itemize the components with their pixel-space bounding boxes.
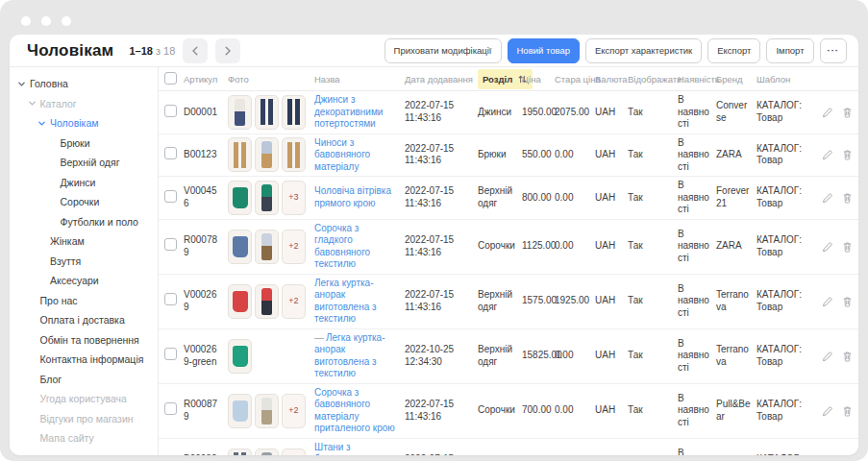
row-checkbox[interactable] [164,147,177,159]
sidebar-item-3[interactable]: Брюки [10,133,158,154]
export-button[interactable]: Експорт [707,38,760,63]
sidebar-item-label: Взуття [50,255,81,267]
sidebar-item-14[interactable]: Контактна інформація [10,350,158,370]
trash-icon [842,192,853,204]
sidebar-item-13[interactable]: Обмін та повернення [10,330,158,351]
product-name-link[interactable]: Легка куртка-анорак виготовлена з тексти… [314,278,377,325]
product-name-link[interactable]: Джинси з декоративними потертостями [314,94,383,129]
export-characteristics-button[interactable]: Експорт характеристик [585,38,702,63]
table-body: D00001Джинси з декоративними потертостям… [159,91,858,455]
product-photo[interactable] [228,449,252,456]
sidebar-item-10[interactable]: Аксесуари [10,271,158,291]
product-photo[interactable] [255,449,279,456]
sidebar-item-15[interactable]: Блог [10,370,158,390]
product-photo[interactable] [255,137,279,172]
window-chrome [21,16,71,26]
product-photo[interactable] [228,394,252,428]
product-name-link[interactable]: Чиноси з бавовняного матеріалу [314,137,370,172]
product-photo[interactable] [228,230,252,264]
row-checkbox[interactable] [164,402,177,415]
product-photo[interactable] [228,339,252,374]
more-photos-badge[interactable]: +2 [282,394,306,428]
delete-button[interactable] [842,192,853,204]
trash-icon [842,296,853,307]
hide-modifications-button[interactable]: Приховати модифікації [384,38,502,63]
edit-button[interactable] [822,296,833,307]
cell-check [164,147,184,163]
panel-body: ГоловнаКаталогЧоловікамБрюкиВерхній одяг… [10,67,858,455]
product-photo[interactable] [255,95,279,130]
window-control-maximize-icon[interactable] [62,16,71,26]
sidebar-item-16[interactable]: Угода користувача [10,389,158,409]
import-button[interactable]: Імпорт [766,38,813,63]
product-name-link[interactable]: Штани з бавовняного матеріалу прямого кр… [314,442,398,456]
product-photo[interactable] [228,137,252,172]
delete-button[interactable] [842,405,853,417]
prev-page-button[interactable] [183,38,208,63]
select-all-checkbox[interactable] [164,72,177,85]
row-checkbox[interactable] [164,190,177,203]
delete-button[interactable] [842,351,853,362]
product-name-link[interactable]: Легка куртка-анорак виготовлена з тексти… [314,332,385,379]
next-page-button[interactable] [215,38,240,63]
more-photos-badge[interactable]: +2 [282,284,306,319]
product-photo[interactable] [228,181,252,215]
product-name-link[interactable]: Сорочка з бавовняного матеріалу притален… [314,387,395,434]
edit-button[interactable] [822,149,833,160]
column-header-section[interactable]: Розділ [478,69,522,89]
sidebar-item-label: Оплата і доставка [40,314,125,326]
window-control-minimize-icon[interactable] [41,16,51,26]
row-checkbox[interactable] [164,105,177,117]
sidebar-item-2[interactable]: Чоловікам [10,113,158,133]
sidebar-item-8[interactable]: Жінкам [10,231,158,252]
chevron-down-icon [37,119,50,128]
cell-price: 15825.00 [522,350,555,362]
delete-button[interactable] [842,149,853,160]
more-actions-button[interactable]: ··· [820,38,848,63]
edit-button[interactable] [822,405,833,417]
sidebar-item-9[interactable]: Взуття [10,252,158,272]
more-photos-badge[interactable]: +2 [282,230,306,264]
sidebar-item-7[interactable]: Футболки и поло [10,212,158,232]
sidebar-item-label: Контактна інформація [40,353,144,365]
cell-date: 2022-07-15 11:43:16 [405,185,478,209]
edit-button[interactable] [822,107,833,118]
new-product-button[interactable]: Новий товар [508,38,580,63]
edit-button[interactable] [822,351,833,362]
sidebar-item-4[interactable]: Верхній одяг [10,153,158,173]
row-checkbox[interactable] [164,238,177,251]
product-name-link[interactable]: Чоловіча вітрівка прямого крою [314,185,391,208]
cell-template: КАТАЛОГ: Товар [756,453,818,455]
row-checkbox[interactable] [164,293,177,305]
more-photos-badge[interactable]: +3 [282,181,306,215]
product-photo[interactable] [255,394,279,428]
window-control-close-icon[interactable] [21,16,31,26]
sidebar-item-1[interactable]: Каталог [10,94,158,114]
edit-button[interactable] [822,192,833,204]
sidebar-item-0[interactable]: Головна [10,74,158,94]
cell-display: Так [628,192,678,205]
product-name-link[interactable]: Сорочка з гладкого бавовняного текстилю [314,223,370,270]
product-photo[interactable] [255,181,279,215]
delete-button[interactable] [842,107,853,118]
product-photo[interactable] [228,95,252,130]
sidebar-item-6[interactable]: Сорочки [10,192,158,212]
product-photo[interactable] [255,284,279,319]
delete-button[interactable] [842,296,853,307]
product-photo[interactable] [282,137,306,172]
cell-brand: ZARA [716,149,756,161]
sidebar-item-18[interactable]: Мапа сайту [10,428,158,449]
product-photo[interactable] [228,284,252,319]
row-checkbox[interactable] [164,348,177,360]
sidebar-item-11[interactable]: Про нас [10,291,158,311]
edit-button[interactable] [822,241,833,253]
delete-button[interactable] [842,241,853,253]
cell-availability: В наявності [678,137,716,174]
product-photo[interactable] [282,95,306,130]
sidebar-item-5[interactable]: Джинси [10,173,158,193]
cell-actions [818,351,858,362]
more-photos-badge[interactable]: +2 [282,449,306,456]
sidebar-item-12[interactable]: Оплата і доставка [10,310,158,330]
product-photo[interactable] [255,230,279,264]
sidebar-item-17[interactable]: Відгуки про магазин [10,409,158,429]
